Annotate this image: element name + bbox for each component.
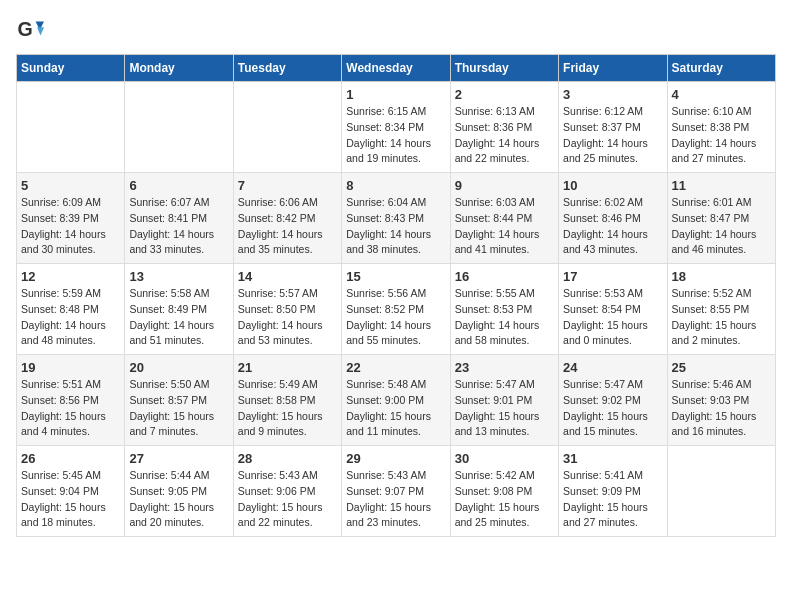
- header-monday: Monday: [125, 55, 233, 82]
- header-sunday: Sunday: [17, 55, 125, 82]
- day-info: Sunrise: 5:57 AM Sunset: 8:50 PM Dayligh…: [238, 286, 337, 349]
- day-number: 20: [129, 360, 228, 375]
- day-number: 9: [455, 178, 554, 193]
- day-cell: 4Sunrise: 6:10 AM Sunset: 8:38 PM Daylig…: [667, 82, 775, 173]
- day-cell: 5Sunrise: 6:09 AM Sunset: 8:39 PM Daylig…: [17, 173, 125, 264]
- day-number: 30: [455, 451, 554, 466]
- week-row-1: 1Sunrise: 6:15 AM Sunset: 8:34 PM Daylig…: [17, 82, 776, 173]
- day-cell: 23Sunrise: 5:47 AM Sunset: 9:01 PM Dayli…: [450, 355, 558, 446]
- day-number: 19: [21, 360, 120, 375]
- day-info: Sunrise: 5:48 AM Sunset: 9:00 PM Dayligh…: [346, 377, 445, 440]
- day-cell: 2Sunrise: 6:13 AM Sunset: 8:36 PM Daylig…: [450, 82, 558, 173]
- day-cell: 19Sunrise: 5:51 AM Sunset: 8:56 PM Dayli…: [17, 355, 125, 446]
- header-saturday: Saturday: [667, 55, 775, 82]
- day-info: Sunrise: 5:47 AM Sunset: 9:02 PM Dayligh…: [563, 377, 662, 440]
- day-info: Sunrise: 5:43 AM Sunset: 9:07 PM Dayligh…: [346, 468, 445, 531]
- day-cell: 22Sunrise: 5:48 AM Sunset: 9:00 PM Dayli…: [342, 355, 450, 446]
- day-number: 29: [346, 451, 445, 466]
- day-number: 16: [455, 269, 554, 284]
- header: G: [16, 16, 776, 44]
- day-info: Sunrise: 5:51 AM Sunset: 8:56 PM Dayligh…: [21, 377, 120, 440]
- day-cell: 17Sunrise: 5:53 AM Sunset: 8:54 PM Dayli…: [559, 264, 667, 355]
- day-cell: 26Sunrise: 5:45 AM Sunset: 9:04 PM Dayli…: [17, 446, 125, 537]
- day-number: 18: [672, 269, 771, 284]
- header-friday: Friday: [559, 55, 667, 82]
- header-row: SundayMondayTuesdayWednesdayThursdayFrid…: [17, 55, 776, 82]
- day-info: Sunrise: 5:59 AM Sunset: 8:48 PM Dayligh…: [21, 286, 120, 349]
- day-number: 23: [455, 360, 554, 375]
- day-info: Sunrise: 5:50 AM Sunset: 8:57 PM Dayligh…: [129, 377, 228, 440]
- day-number: 8: [346, 178, 445, 193]
- day-info: Sunrise: 5:55 AM Sunset: 8:53 PM Dayligh…: [455, 286, 554, 349]
- day-cell: 3Sunrise: 6:12 AM Sunset: 8:37 PM Daylig…: [559, 82, 667, 173]
- day-number: 14: [238, 269, 337, 284]
- logo: G: [16, 16, 48, 44]
- day-info: Sunrise: 6:09 AM Sunset: 8:39 PM Dayligh…: [21, 195, 120, 258]
- day-number: 13: [129, 269, 228, 284]
- day-number: 21: [238, 360, 337, 375]
- day-number: 26: [21, 451, 120, 466]
- day-info: Sunrise: 6:06 AM Sunset: 8:42 PM Dayligh…: [238, 195, 337, 258]
- logo-icon: G: [16, 16, 44, 44]
- day-cell: 7Sunrise: 6:06 AM Sunset: 8:42 PM Daylig…: [233, 173, 341, 264]
- day-cell: 29Sunrise: 5:43 AM Sunset: 9:07 PM Dayli…: [342, 446, 450, 537]
- day-cell: 9Sunrise: 6:03 AM Sunset: 8:44 PM Daylig…: [450, 173, 558, 264]
- header-wednesday: Wednesday: [342, 55, 450, 82]
- svg-text:G: G: [17, 18, 32, 40]
- day-cell: 24Sunrise: 5:47 AM Sunset: 9:02 PM Dayli…: [559, 355, 667, 446]
- day-info: Sunrise: 6:02 AM Sunset: 8:46 PM Dayligh…: [563, 195, 662, 258]
- day-info: Sunrise: 5:45 AM Sunset: 9:04 PM Dayligh…: [21, 468, 120, 531]
- day-number: 24: [563, 360, 662, 375]
- day-info: Sunrise: 6:12 AM Sunset: 8:37 PM Dayligh…: [563, 104, 662, 167]
- day-cell: [233, 82, 341, 173]
- day-info: Sunrise: 5:53 AM Sunset: 8:54 PM Dayligh…: [563, 286, 662, 349]
- day-number: 31: [563, 451, 662, 466]
- svg-marker-2: [37, 27, 44, 35]
- day-info: Sunrise: 5:46 AM Sunset: 9:03 PM Dayligh…: [672, 377, 771, 440]
- day-cell: 15Sunrise: 5:56 AM Sunset: 8:52 PM Dayli…: [342, 264, 450, 355]
- day-cell: 14Sunrise: 5:57 AM Sunset: 8:50 PM Dayli…: [233, 264, 341, 355]
- day-info: Sunrise: 5:42 AM Sunset: 9:08 PM Dayligh…: [455, 468, 554, 531]
- day-cell: [667, 446, 775, 537]
- day-cell: 21Sunrise: 5:49 AM Sunset: 8:58 PM Dayli…: [233, 355, 341, 446]
- day-info: Sunrise: 6:03 AM Sunset: 8:44 PM Dayligh…: [455, 195, 554, 258]
- day-info: Sunrise: 5:52 AM Sunset: 8:55 PM Dayligh…: [672, 286, 771, 349]
- day-cell: 25Sunrise: 5:46 AM Sunset: 9:03 PM Dayli…: [667, 355, 775, 446]
- day-info: Sunrise: 5:43 AM Sunset: 9:06 PM Dayligh…: [238, 468, 337, 531]
- week-row-4: 19Sunrise: 5:51 AM Sunset: 8:56 PM Dayli…: [17, 355, 776, 446]
- day-number: 5: [21, 178, 120, 193]
- day-cell: 31Sunrise: 5:41 AM Sunset: 9:09 PM Dayli…: [559, 446, 667, 537]
- day-number: 15: [346, 269, 445, 284]
- day-number: 28: [238, 451, 337, 466]
- day-info: Sunrise: 5:44 AM Sunset: 9:05 PM Dayligh…: [129, 468, 228, 531]
- day-number: 17: [563, 269, 662, 284]
- day-cell: 12Sunrise: 5:59 AM Sunset: 8:48 PM Dayli…: [17, 264, 125, 355]
- day-cell: 30Sunrise: 5:42 AM Sunset: 9:08 PM Dayli…: [450, 446, 558, 537]
- day-info: Sunrise: 5:58 AM Sunset: 8:49 PM Dayligh…: [129, 286, 228, 349]
- day-cell: 8Sunrise: 6:04 AM Sunset: 8:43 PM Daylig…: [342, 173, 450, 264]
- day-cell: 20Sunrise: 5:50 AM Sunset: 8:57 PM Dayli…: [125, 355, 233, 446]
- day-number: 7: [238, 178, 337, 193]
- day-number: 1: [346, 87, 445, 102]
- day-cell: 13Sunrise: 5:58 AM Sunset: 8:49 PM Dayli…: [125, 264, 233, 355]
- day-cell: 10Sunrise: 6:02 AM Sunset: 8:46 PM Dayli…: [559, 173, 667, 264]
- day-number: 6: [129, 178, 228, 193]
- day-info: Sunrise: 6:15 AM Sunset: 8:34 PM Dayligh…: [346, 104, 445, 167]
- day-info: Sunrise: 5:49 AM Sunset: 8:58 PM Dayligh…: [238, 377, 337, 440]
- day-cell: 6Sunrise: 6:07 AM Sunset: 8:41 PM Daylig…: [125, 173, 233, 264]
- day-info: Sunrise: 6:07 AM Sunset: 8:41 PM Dayligh…: [129, 195, 228, 258]
- day-number: 11: [672, 178, 771, 193]
- day-cell: 11Sunrise: 6:01 AM Sunset: 8:47 PM Dayli…: [667, 173, 775, 264]
- day-info: Sunrise: 5:47 AM Sunset: 9:01 PM Dayligh…: [455, 377, 554, 440]
- day-cell: 16Sunrise: 5:55 AM Sunset: 8:53 PM Dayli…: [450, 264, 558, 355]
- day-info: Sunrise: 6:01 AM Sunset: 8:47 PM Dayligh…: [672, 195, 771, 258]
- day-number: 27: [129, 451, 228, 466]
- day-cell: 18Sunrise: 5:52 AM Sunset: 8:55 PM Dayli…: [667, 264, 775, 355]
- day-number: 22: [346, 360, 445, 375]
- day-number: 25: [672, 360, 771, 375]
- week-row-3: 12Sunrise: 5:59 AM Sunset: 8:48 PM Dayli…: [17, 264, 776, 355]
- day-number: 4: [672, 87, 771, 102]
- header-tuesday: Tuesday: [233, 55, 341, 82]
- calendar-table: SundayMondayTuesdayWednesdayThursdayFrid…: [16, 54, 776, 537]
- header-thursday: Thursday: [450, 55, 558, 82]
